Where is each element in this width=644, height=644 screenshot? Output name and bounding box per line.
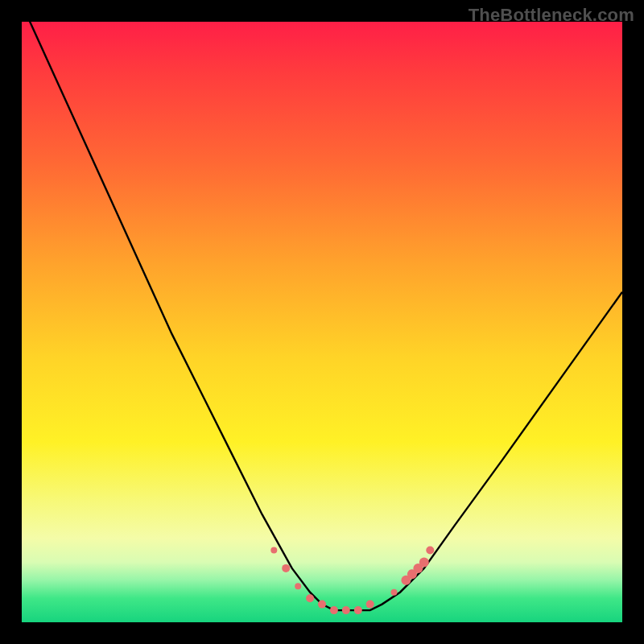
curve-marker bbox=[419, 557, 429, 567]
curve-marker bbox=[391, 589, 398, 596]
curve-marker bbox=[306, 594, 314, 602]
bottleneck-curve bbox=[22, 22, 622, 610]
curve-marker bbox=[366, 601, 374, 609]
chart-frame: TheBottleneck.com bbox=[0, 0, 644, 644]
watermark-text: TheBottleneck.com bbox=[469, 5, 634, 26]
curve-marker bbox=[282, 564, 290, 572]
bottleneck-curve-svg bbox=[22, 22, 622, 622]
curve-marker bbox=[270, 547, 277, 554]
curve-marker bbox=[295, 583, 301, 589]
curve-markers bbox=[270, 547, 434, 615]
curve-marker bbox=[318, 601, 326, 609]
curve-marker bbox=[342, 606, 350, 614]
curve-marker bbox=[426, 547, 434, 555]
curve-marker bbox=[354, 606, 362, 614]
plot-area bbox=[22, 22, 622, 622]
curve-marker bbox=[330, 606, 338, 614]
